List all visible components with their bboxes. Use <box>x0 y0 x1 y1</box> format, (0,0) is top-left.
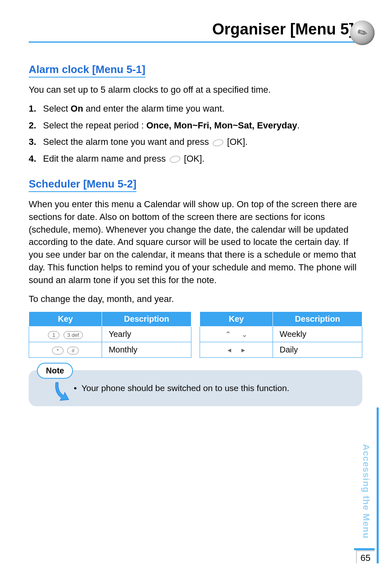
alarm-step-2: 2. Select the repeat period : Once, Mon~… <box>29 119 362 132</box>
key-hash-icon: # <box>67 347 79 355</box>
description-cell: Weekly <box>273 327 362 342</box>
note-text: Your phone should be switched on to use … <box>82 383 289 393</box>
scheduler-body-text: When you enter this menu a Calendar will… <box>29 198 362 287</box>
step-number: 4. <box>29 153 39 165</box>
scheduler-heading: Scheduler [Menu 5-2] <box>29 178 136 192</box>
key-cell: 1 3 def <box>29 327 102 342</box>
step-number: 1. <box>29 103 39 115</box>
table-row: * # Monthly <box>29 342 191 358</box>
page-title: Organiser [Menu 5] <box>212 21 354 38</box>
step-text-after: [OK]. <box>182 153 205 164</box>
table-row: ◂ ▸ Daily <box>200 342 362 358</box>
step-text-before: Select the alarm tone you want and press <box>43 137 211 147</box>
side-accent-bar <box>377 407 379 563</box>
alarm-step-4: 4. Edit the alarm name and press [OK]. <box>29 153 362 165</box>
step-text: Select the alarm tone you want and press… <box>43 136 248 149</box>
description-cell: Daily <box>273 342 362 358</box>
note-label: Note <box>37 363 73 379</box>
table-header-description: Description <box>273 312 362 327</box>
scheduler-change-text: To change the day, month, and year. <box>29 293 362 306</box>
alarm-intro-text: You can set up to 5 alarm clocks to go o… <box>29 84 362 96</box>
table-header-key: Key <box>200 312 273 327</box>
key-cell: ◂ ▸ <box>200 342 273 358</box>
note-box: Note • Your phone should be switched on … <box>29 370 362 406</box>
step-text: Select the repeat period : Once, Mon~Fri… <box>43 119 300 132</box>
step-text-bold: On <box>70 103 83 114</box>
step-text: Select On and enter the alarm time you w… <box>43 103 225 115</box>
key-cell: ⌃ ⌄ <box>200 327 273 342</box>
step-text-after: . <box>297 120 300 130</box>
table-header-description: Description <box>102 312 191 327</box>
nav-up-icon: ⌃ <box>225 330 231 339</box>
step-text-bold: Once, Mon~Fri, Mon~Sat, Everyday <box>146 120 297 130</box>
step-text-after: [OK]. <box>225 137 248 147</box>
note-arrow-icon <box>53 382 72 402</box>
table-row: 1 3 def Yearly <box>29 327 191 342</box>
step-text-after: and enter the alarm time you want. <box>83 103 225 114</box>
ok-key-icon <box>212 138 224 147</box>
alarm-clock-heading: Alarm clock [Menu 5-1] <box>29 63 145 78</box>
table-row: ⌃ ⌄ Weekly <box>200 327 362 342</box>
pen-icon: ✎ <box>350 21 375 45</box>
key-1-icon: 1 <box>48 331 59 339</box>
key-3-icon: 3 def <box>64 331 83 339</box>
alarm-step-3: 3. Select the alarm tone you want and pr… <box>29 136 362 149</box>
step-number: 3. <box>29 136 39 149</box>
note-bullet-text: • Your phone should be switched on to us… <box>74 382 354 394</box>
key-table-left: Key Description 1 3 def Yearly * # Month… <box>29 311 191 358</box>
side-section-label: Accessing the Menu <box>361 444 371 539</box>
key-table-right: Key Description ⌃ ⌄ Weekly ◂ ▸ Daily <box>200 311 362 358</box>
key-tables: Key Description 1 3 def Yearly * # Month… <box>29 311 362 358</box>
nav-down-icon: ⌄ <box>241 330 248 339</box>
step-text: Edit the alarm name and press [OK]. <box>43 153 205 165</box>
description-cell: Monthly <box>102 342 191 358</box>
nav-right-icon: ▸ <box>241 345 245 355</box>
key-star-icon: * <box>52 347 64 355</box>
key-cell: * # <box>29 342 102 358</box>
page-number: 65 <box>356 551 375 563</box>
page-number-bar <box>354 548 375 550</box>
step-text-before: Select <box>43 103 70 114</box>
step-text-before: Select the repeat period : <box>43 120 146 130</box>
ok-key-icon <box>169 155 181 164</box>
header-divider <box>29 41 362 43</box>
nav-left-icon: ◂ <box>227 345 231 355</box>
alarm-step-1: 1. Select On and enter the alarm time yo… <box>29 103 362 115</box>
step-text-before: Edit the alarm name and press <box>43 153 168 164</box>
table-header-key: Key <box>29 312 102 327</box>
step-number: 2. <box>29 119 39 132</box>
description-cell: Yearly <box>102 327 191 342</box>
pen-glyph: ✎ <box>355 25 370 41</box>
